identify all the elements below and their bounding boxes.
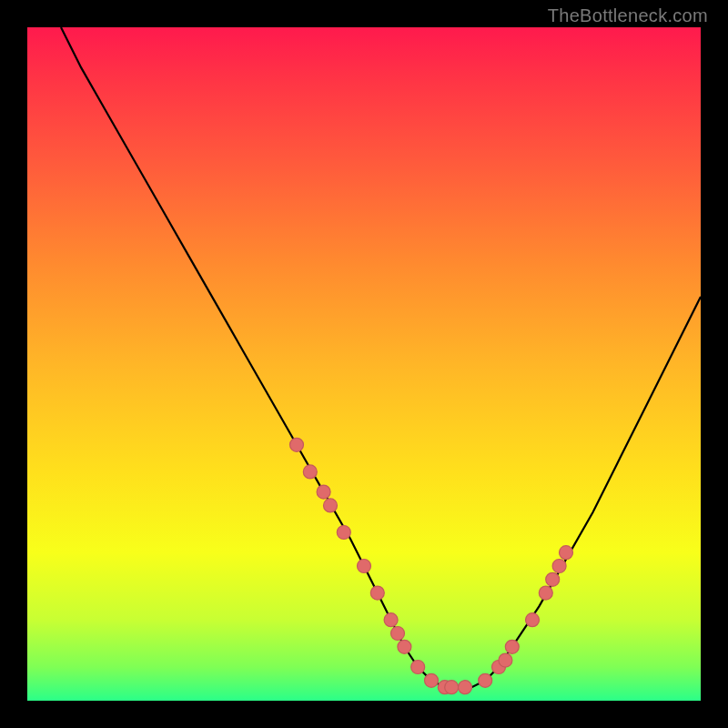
watermark-text: TheBottleneck.com xyxy=(548,5,708,26)
chart-stage: TheBottleneck.com xyxy=(0,0,728,728)
marker-dot xyxy=(526,613,540,627)
marker-dot xyxy=(560,546,573,560)
marker-dot xyxy=(384,613,398,627)
curve-layer xyxy=(27,27,701,701)
marker-dot xyxy=(411,661,425,674)
marker-dot xyxy=(539,586,552,600)
marker-dot xyxy=(317,485,330,499)
marker-dot xyxy=(425,673,439,687)
marker-dot xyxy=(445,681,459,694)
marker-dot xyxy=(479,673,492,687)
marker-dot xyxy=(303,465,317,479)
marker-dot xyxy=(337,526,350,540)
curve-markers xyxy=(290,438,573,693)
marker-dot xyxy=(552,560,566,573)
marker-dot xyxy=(290,438,304,451)
marker-dot xyxy=(499,653,512,667)
gradient-plot-area xyxy=(27,27,701,701)
marker-dot xyxy=(398,640,411,653)
marker-dot xyxy=(505,640,519,653)
marker-dot xyxy=(459,681,472,694)
marker-dot xyxy=(391,627,405,641)
marker-dot xyxy=(370,586,384,600)
marker-dot xyxy=(324,499,338,512)
marker-dot xyxy=(358,560,371,573)
marker-dot xyxy=(546,572,560,586)
